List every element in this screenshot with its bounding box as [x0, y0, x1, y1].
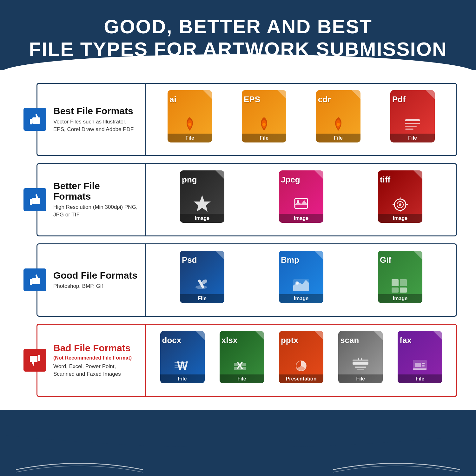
- bad-thumb-icon: [23, 349, 46, 372]
- file-fax-body: fax File: [398, 331, 442, 383]
- better-files: png Image Jpeg: [145, 164, 456, 235]
- header-line1: GOOD, BETTER AND BEST: [104, 16, 372, 37]
- file-cdr: cdr File: [313, 90, 364, 149]
- svg-rect-43: [415, 363, 421, 367]
- bottom-wave: [0, 435, 476, 454]
- svg-rect-33: [234, 367, 240, 370]
- file-docx: docx W File: [157, 331, 208, 390]
- good-files: Psd File: [145, 244, 456, 316]
- svg-rect-22: [392, 279, 399, 286]
- file-png-body: png Image: [180, 170, 224, 223]
- bad-subtitle: (Not Recommended File Format): [53, 355, 138, 361]
- svg-rect-41: [361, 358, 362, 360]
- bad-files: docx W File: [145, 325, 456, 396]
- main-container: GOOD, BETTER AND BEST FILE TYPES FOR ART…: [0, 0, 476, 476]
- svg-rect-3: [405, 119, 420, 121]
- file-tiff: tiff: [375, 170, 426, 229]
- file-tiff-body: tiff: [378, 170, 422, 223]
- file-gif-body: Gif Image: [378, 251, 422, 303]
- file-bmp: Bmp Image: [276, 251, 327, 309]
- svg-rect-6: [405, 129, 413, 130]
- bad-desc: Word, Excel, Power Point, Scanned and Fa…: [53, 363, 138, 378]
- file-xlsx: xlsx X File: [216, 331, 267, 390]
- good-thumb-icon: [23, 268, 46, 291]
- file-cdr-body: cdr File: [316, 90, 360, 142]
- svg-rect-27: [175, 362, 186, 363]
- file-psd: Psd File: [177, 251, 228, 309]
- bottom-deco-left: [16, 460, 143, 473]
- file-bmp-body: Bmp Image: [279, 251, 323, 303]
- svg-point-2: [337, 123, 340, 126]
- bad-info: Bad File Formats (Not Recommended File F…: [37, 336, 145, 384]
- file-png: png Image: [177, 170, 228, 229]
- content-area: Best File Formats Vector Files such as I…: [0, 70, 476, 410]
- svg-text:W: W: [177, 359, 188, 372]
- file-scan-body: scan Fil: [338, 331, 383, 383]
- file-eps-body: EPS File: [242, 90, 286, 142]
- svg-rect-37: [353, 360, 368, 361]
- svg-rect-23: [400, 279, 407, 286]
- file-psd-body: Psd File: [180, 251, 224, 303]
- bottom-area: [0, 451, 476, 476]
- file-eps: EPS File: [239, 90, 289, 149]
- svg-rect-25: [400, 288, 407, 293]
- svg-marker-7: [194, 195, 211, 212]
- file-docx-body: docx W File: [160, 331, 205, 383]
- file-pdf-body: Pdf File: [390, 90, 435, 142]
- bad-row: Bad File Formats (Not Recommended File F…: [36, 324, 457, 397]
- svg-rect-24: [392, 288, 399, 293]
- good-info: Good File Formats Photoshop, BMP, Gif: [37, 264, 145, 296]
- file-xlsx-body: xlsx X File: [220, 331, 264, 383]
- file-scan: scan Fil: [335, 331, 386, 390]
- file-gif: Gif Image: [375, 251, 426, 309]
- svg-rect-38: [355, 367, 366, 368]
- file-pptx-body: pptx Presentation: [279, 331, 323, 383]
- svg-rect-46: [413, 368, 426, 370]
- best-title: Best File Formats: [53, 106, 138, 116]
- better-title: Better File Formats: [53, 181, 138, 202]
- svg-rect-45: [422, 365, 425, 367]
- best-files: ai File: [145, 84, 456, 155]
- good-row: Good File Formats Photoshop, BMP, Gif Ps…: [36, 243, 457, 317]
- svg-point-1: [262, 123, 266, 126]
- best-row: Best File Formats Vector Files such as I…: [36, 83, 457, 156]
- svg-rect-32: [240, 363, 246, 366]
- file-pptx: pptx Presentation: [276, 331, 327, 390]
- better-desc: High Resolution (Min 300dpi) PNG, JPG or…: [53, 203, 138, 219]
- svg-rect-5: [405, 126, 417, 127]
- better-row: Better File Formats High Resolution (Min…: [36, 163, 457, 236]
- file-fax: fax File: [394, 331, 445, 390]
- svg-point-12: [399, 203, 401, 206]
- best-thumb-icon: [23, 108, 46, 131]
- bottom-deco-right: [333, 460, 460, 473]
- svg-rect-39: [357, 369, 364, 370]
- file-pdf: Pdf File: [387, 90, 438, 149]
- svg-point-0: [188, 123, 191, 126]
- svg-rect-28: [175, 365, 184, 366]
- svg-point-21: [295, 281, 299, 285]
- svg-rect-29: [175, 367, 183, 368]
- svg-rect-40: [358, 358, 359, 360]
- better-info: Better File Formats High Resolution (Min…: [37, 174, 145, 225]
- better-thumb-icon: [23, 188, 46, 211]
- svg-rect-44: [422, 363, 425, 364]
- file-jpeg: Jpeg Image: [276, 170, 327, 229]
- file-ai-body: ai File: [168, 90, 212, 142]
- file-ai: ai File: [164, 90, 215, 149]
- svg-rect-31: [234, 363, 240, 366]
- svg-rect-4: [405, 123, 420, 124]
- best-info: Best File Formats Vector Files such as I…: [37, 99, 145, 140]
- svg-rect-34: [240, 367, 246, 370]
- file-jpeg-body: Jpeg Image: [279, 170, 323, 223]
- svg-rect-36: [353, 362, 368, 365]
- good-title: Good File Formats: [53, 270, 138, 281]
- bad-title: Bad File Formats: [53, 343, 138, 353]
- best-desc: Vector Files such as Illustrator, EPS, C…: [53, 118, 138, 133]
- good-desc: Photoshop, BMP, Gif: [53, 282, 138, 290]
